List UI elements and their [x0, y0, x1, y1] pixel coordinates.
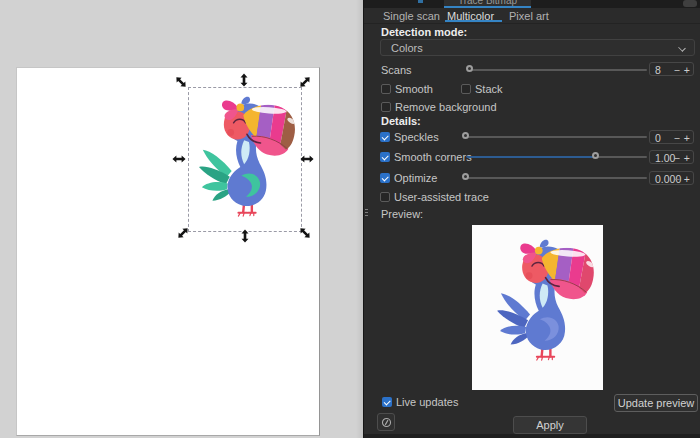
info-icon	[381, 417, 392, 428]
optimize-slider-thumb[interactable]	[462, 173, 469, 180]
detection-mode-select[interactable]: Colors	[380, 39, 695, 56]
speckles-value[interactable]: 0	[655, 132, 661, 144]
speckles-decrement-button[interactable]: −	[674, 132, 680, 144]
scans-spinbox[interactable]: 8 − +	[649, 62, 694, 76]
scale-handle-bottom[interactable]	[238, 229, 252, 243]
trace-preview	[472, 225, 603, 390]
selected-toucan-image[interactable]	[196, 94, 300, 218]
stack-label: Stack	[475, 83, 503, 95]
scale-handle-top[interactable]	[237, 73, 251, 87]
apply-button[interactable]: Apply	[513, 416, 587, 434]
smooth-corners-slider[interactable]	[467, 156, 647, 158]
smooth-corners-slider-thumb[interactable]	[592, 152, 599, 159]
speckles-slider[interactable]	[467, 136, 647, 138]
smooth-checkbox[interactable]	[381, 84, 391, 94]
chevron-down-icon	[678, 44, 686, 52]
scans-label: Scans	[381, 64, 412, 76]
tab-pixel-art[interactable]: Pixel art	[509, 10, 549, 22]
panel-bottom-border	[364, 434, 700, 438]
smooth-corners-label: Smooth corners	[394, 151, 472, 163]
details-heading: Details:	[381, 115, 421, 127]
speckles-checkbox[interactable]	[380, 132, 390, 142]
scans-slider-thumb[interactable]	[466, 65, 473, 72]
tabs-separator	[364, 23, 700, 24]
scans-value[interactable]: 8	[655, 64, 661, 76]
smooth-corners-decrement-button[interactable]: −	[674, 152, 680, 164]
optimize-increment-button[interactable]: +	[684, 173, 690, 185]
stack-checkbox[interactable]	[461, 84, 471, 94]
drawing-canvas[interactable]	[0, 0, 363, 438]
smooth-corners-value[interactable]: 1.00	[655, 152, 675, 164]
optimize-label: Optimize	[394, 172, 437, 184]
smooth-corners-increment-button[interactable]: +	[684, 152, 690, 164]
scan-mode-tabs: Single scan Multicolor Pixel art	[364, 8, 700, 23]
trace-bitmap-dialog: Trace Bitmap Single scan Multicolor Pixe…	[363, 0, 700, 438]
scans-decrement-button[interactable]: −	[674, 64, 680, 76]
active-tab-underline	[445, 20, 502, 22]
panel-grip[interactable]	[365, 209, 368, 218]
smooth-corners-spinbox[interactable]: 1.00 − +	[649, 150, 694, 164]
tab-single-scan[interactable]: Single scan	[383, 10, 440, 22]
scale-handle-left[interactable]	[172, 152, 186, 166]
smooth-label: Smooth	[395, 83, 433, 95]
instructions-button[interactable]	[377, 413, 395, 431]
smooth-corners-slider-fill	[467, 156, 597, 158]
scale-handle-right[interactable]	[300, 152, 314, 166]
scans-slider[interactable]	[469, 69, 647, 71]
optimize-spinbox[interactable]: 0.000 − +	[649, 171, 694, 185]
speckles-spinbox[interactable]: 0 − +	[649, 130, 694, 144]
detection-mode-heading: Detection mode:	[381, 26, 467, 38]
live-updates-label: Live updates	[396, 396, 458, 408]
optimize-checkbox[interactable]	[380, 173, 390, 183]
detection-mode-value: Colors	[391, 42, 423, 54]
preview-heading: Preview:	[381, 208, 423, 220]
smooth-corners-checkbox[interactable]	[380, 152, 390, 162]
speckles-slider-thumb[interactable]	[462, 132, 469, 139]
live-updates-checkbox[interactable]	[382, 397, 392, 407]
panel-edge-shadow	[356, 0, 363, 438]
dock-tab-bar: Trace Bitmap	[364, 0, 700, 8]
optimize-slider[interactable]	[467, 177, 647, 179]
remove-background-label: Remove background	[395, 101, 497, 113]
preview-toucan-image	[494, 237, 599, 362]
dock-tab-label: Trace Bitmap	[444, 0, 531, 6]
user-assisted-trace-checkbox[interactable]	[380, 192, 390, 202]
inkscape-window: Trace Bitmap Single scan Multicolor Pixe…	[0, 0, 700, 438]
dialog-icon	[418, 0, 423, 3]
speckles-increment-button[interactable]: +	[684, 132, 690, 144]
dock-menu-button[interactable]	[683, 0, 697, 7]
optimize-decrement-button[interactable]: −	[674, 173, 680, 185]
speckles-label: Speckles	[394, 131, 439, 143]
user-assisted-trace-label: User-assisted trace	[394, 191, 489, 203]
remove-background-checkbox[interactable]	[381, 102, 391, 112]
update-preview-button[interactable]: Update preview	[614, 394, 698, 412]
scans-increment-button[interactable]: +	[684, 64, 690, 76]
dock-tab-trace-bitmap[interactable]: Trace Bitmap	[444, 0, 531, 8]
